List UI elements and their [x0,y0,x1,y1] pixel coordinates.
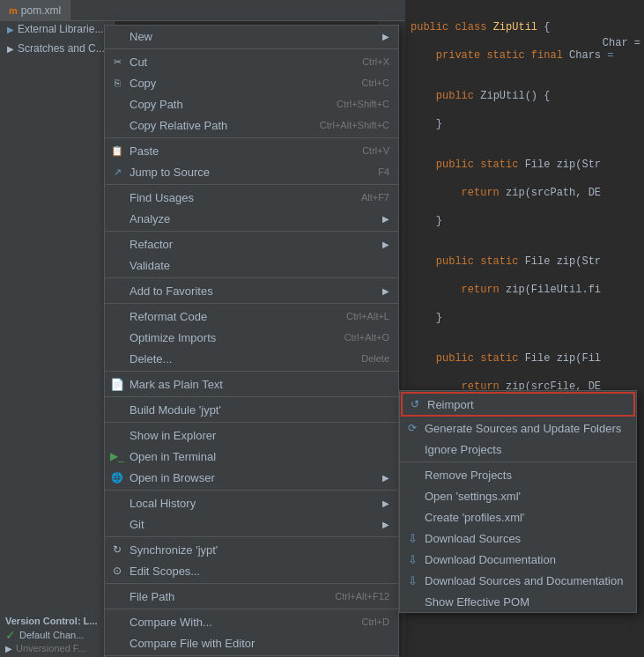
generate-sources-label: Generate Sources and Update Folders [425,422,621,435]
menu-separator-8 [105,396,398,397]
download-docs-icon: ⇩ [405,552,419,566]
menu-item-copy-path[interactable]: Copy Path Ctrl+Shift+C [105,93,398,114]
scopes-icon: ⊙ [110,564,124,578]
download-all-icon: ⇩ [405,573,419,587]
menu-item-paste[interactable]: 📋 Paste Ctrl+V [105,140,398,161]
submenu-item-create-profiles[interactable]: Create 'profiles.xml' [400,506,636,528]
menu-separator-7 [105,371,398,372]
sync-icon: ↻ [110,543,124,557]
pom-xml-tab[interactable]: m pom.xml [0,0,70,21]
menu-item-edit-scopes[interactable]: ⊙ Edit Scopes... [105,560,398,581]
menu-item-local-history[interactable]: Local History ▶ [105,492,398,513]
menu-item-compare-file-editor[interactable]: Compare File with Editor [105,632,398,653]
project-sidebar: m pom.xml ▶ External Librarie... ▶ Scrat… [0,0,115,657]
submenu-item-download-sources-docs[interactable]: ⇩ Download Sources and Documentation [400,570,636,591]
submenu-item-remove-projects[interactable]: Remove Projects [400,464,636,485]
menu-separator-1 [105,48,398,49]
menu-separator-13 [105,609,398,609]
code-line-7: public static File zip(Str [411,157,639,173]
sidebar-item-scratches[interactable]: ▶ Scratches and C... [0,39,114,58]
menu-separator-9 [105,422,398,423]
submenu-item-open-settings[interactable]: Open 'settings.xml' [400,485,636,506]
code-line-15: public static File zip(Fil [411,351,639,366]
generate-sources-icon: ⟳ [405,421,419,435]
menu-item-file-path[interactable]: File Path Ctrl+Alt+F12 [105,586,398,607]
menu-separator-14 [105,655,398,656]
submenu-item-show-effective-pom[interactable]: Show Effective POM [400,591,636,612]
create-profiles-label: Create 'profiles.xml' [425,511,524,524]
code-line-1: public class ZipUtil { [411,19,639,35]
history-arrow: ▶ [382,498,389,508]
browser-arrow: ▶ [382,473,389,483]
ext-lib-icon: ▶ [7,25,14,34]
menu-item-copy[interactable]: ⎘ Copy Ctrl+C [105,72,398,93]
jump-icon: ↗ [110,165,124,179]
menu-item-build-module[interactable]: Build Module 'jypt' [105,399,398,420]
git-arrow: ▶ [382,520,389,529]
menu-item-analyze[interactable]: Analyze ▶ [105,208,398,229]
menu-item-validate[interactable]: Validate [105,255,398,276]
menu-separator-12 [105,583,398,584]
menu-item-reformat-code[interactable]: Reformat Code Ctrl+Alt+L [105,306,398,327]
submenu-item-reimport-wrapper: ↺ Reimport [401,392,635,417]
menu-separator-3 [105,184,398,185]
menu-item-find-usages[interactable]: Find Usages Alt+F7 [105,187,398,208]
page-icon: 📄 [110,377,124,391]
menu-separator-6 [105,303,398,304]
menu-item-open-browser[interactable]: 🌐 Open in Browser ▶ [105,467,398,488]
sidebar-ext-label: External Librarie... [18,23,103,35]
download-documentation-label: Download Documentation [425,553,556,566]
submenu-item-download-documentation[interactable]: ⇩ Download Documentation [400,549,636,570]
editor-tab-bar: m pom.xml [0,0,405,21]
menu-item-compare-with[interactable]: Compare With... Ctrl+D [105,611,398,632]
tab-label: pom.xml [21,4,61,17]
submenu-separator-1 [400,461,636,462]
menu-separator-11 [105,536,398,537]
code-line-5: } [411,116,639,132]
submenu-item-generate-sources[interactable]: ⟳ Generate Sources and Update Folders [400,417,636,439]
sidebar-item-external-libraries[interactable]: ▶ External Librarie... [0,19,114,39]
code-line-11: public static File zip(Str [411,254,639,269]
context-menu: New ▶ ✂ Cut Ctrl+X ⎘ Copy Ctrl+C Copy Pa… [104,25,399,657]
menu-item-open-terminal[interactable]: ▶_ Open in Terminal [105,446,398,467]
browser-icon: 🌐 [110,470,124,484]
menu-item-git[interactable]: Git ▶ [105,513,398,535]
menu-item-show-explorer[interactable]: Show in Explorer [105,424,398,446]
download-sources-docs-label: Download Sources and Documentation [425,574,623,587]
maven-submenu: ↺ Reimport ⟳ Generate Sources and Update… [399,390,637,613]
sidebar-scratch-label: Scratches and C... [18,42,105,55]
submenu-item-download-sources[interactable]: ⇩ Download Sources [400,528,636,549]
menu-item-delete[interactable]: Delete... Delete [105,348,398,369]
menu-item-cut[interactable]: ✂ Cut Ctrl+X [105,51,398,72]
vc-sub-row: ▶ Unversioned F... [5,643,108,653]
menu-item-copy-relative-path[interactable]: Copy Relative Path Ctrl+Alt+Shift+C [105,114,398,136]
reimport-label: Reimport [427,398,474,411]
vc-branch-row: ✓ Default Chan... [5,628,108,642]
submenu-item-ignore-projects[interactable]: Ignore Projects [400,439,636,460]
cut-icon: ✂ [110,55,124,69]
code-line-8: return zip(srcPath, DE [411,185,639,201]
refactor-arrow: ▶ [382,240,389,249]
analyze-arrow: ▶ [382,214,389,224]
submenu-item-reimport[interactable]: ↺ Reimport [403,394,633,415]
show-effective-pom-label: Show Effective POM [425,595,529,609]
vc-sub-label: Unversioned F... [16,643,85,653]
menu-item-mark-plain[interactable]: 📄 Mark as Plain Text [105,373,398,395]
menu-item-add-favorites[interactable]: Add to Favorites ▶ [105,280,398,301]
favorites-arrow: ▶ [382,286,389,296]
version-control-panel: Version Control: L... ✓ Default Chan... … [0,612,114,657]
menu-item-new[interactable]: New ▶ [105,26,398,47]
ignore-projects-label: Ignore Projects [425,443,501,456]
code-line-4: public ZipUtil() { [411,88,639,104]
vc-branch-label: Default Chan... [19,630,84,640]
menu-item-refactor[interactable]: Refactor ▶ [105,233,398,255]
code-line-9: } [411,213,639,229]
check-icon: ✓ [5,628,16,642]
menu-item-synchronize[interactable]: ↻ Synchronize 'jypt' [105,539,398,560]
code-line-13: } [411,310,639,326]
menu-item-optimize-imports[interactable]: Optimize Imports Ctrl+Alt+O [105,327,398,348]
menu-item-jump-to-source[interactable]: ↗ Jump to Source F4 [105,161,398,182]
reimport-icon: ↺ [408,397,422,411]
menu-separator-2 [105,137,398,138]
maven-tab-icon: m [9,5,18,16]
